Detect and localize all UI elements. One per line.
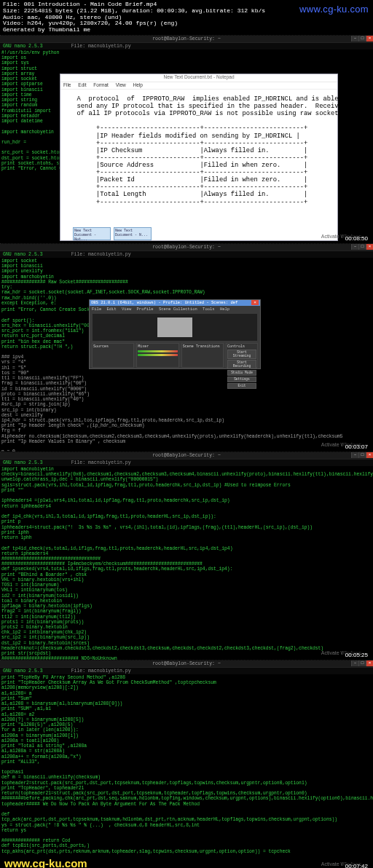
screenshot-4: – □ × root@Babylon-Security: ~ GNU nano …	[0, 660, 373, 868]
code-area-4[interactable]: print "TcpHeBy PU Array Second Method" ,…	[0, 674, 373, 855]
timestamp-1: 00:08:50	[343, 235, 370, 242]
watermark-bottom: www.cg-ku.com	[4, 857, 87, 868]
audio-level-icon	[138, 350, 177, 352]
window-controls: – □ ×	[351, 36, 373, 42]
notepad-menubar[interactable]: File Edit Format View Help	[60, 82, 337, 90]
nano-header: GNU nano 2.5.3 File: macnobiyetin.py	[0, 459, 373, 466]
obs-sources-panel[interactable]: Sources	[92, 343, 134, 368]
menu-help[interactable]: Help	[133, 82, 143, 87]
screenshot-1: – □ × root@Babylon-Security: ~ GNU nano …	[0, 35, 373, 243]
obs-window: OBS 21.0.1 (64bit, windows) - Profile: U…	[89, 299, 261, 369]
notepad-body[interactable]: A protocol of IPPROTO_RAW implies enable…	[60, 90, 337, 240]
maximize-icon[interactable]: □	[358, 660, 366, 666]
timestamp-2: 00:03:07	[343, 443, 370, 450]
maximize-icon[interactable]: □	[358, 36, 366, 42]
notepad-window: New Text Document.txt - Notepad File Edi…	[60, 74, 338, 241]
menu-edit[interactable]: Edit	[78, 82, 86, 87]
minimize-icon[interactable]: –	[351, 36, 358, 42]
code-area-3[interactable]: import macnobiyetin checky=binascii.unhe…	[0, 466, 373, 689]
start-streaming-button[interactable]: Start Streaming	[227, 350, 256, 359]
start-recording-button[interactable]: Start Recording	[227, 360, 256, 369]
exit-button[interactable]: Exit	[227, 383, 256, 389]
obs-transitions-panel[interactable]: Scene Transitions	[181, 343, 224, 368]
obs-controls-panel: Controls Start Streaming Start Recording…	[226, 343, 258, 368]
obs-bottom-dock: Sources Mixer Scene Transitions Controls…	[90, 342, 260, 368]
obs-preview[interactable]	[93, 314, 257, 341]
window-controls: – □ ×	[351, 244, 373, 250]
terminal-title: root@Babylon-Security: ~	[0, 452, 373, 459]
obs-titlebar: OBS 21.0.1 (64bit, windows) - Profile: U…	[90, 300, 260, 306]
nano-version: GNU nano 2.5.3	[3, 44, 43, 49]
settings-button[interactable]: Settings	[227, 376, 256, 382]
menu-view[interactable]: View	[116, 82, 126, 87]
minimize-icon[interactable]: –	[351, 244, 358, 250]
terminal-title: root@Babylon-Security: ~	[0, 660, 373, 668]
menu-format[interactable]: Format	[93, 82, 109, 87]
obs-mixer-panel[interactable]: Mixer	[136, 343, 178, 368]
close-icon[interactable]: ×	[366, 452, 373, 458]
maximize-icon[interactable]: □	[358, 244, 366, 250]
window-controls: – □ ×	[351, 660, 373, 666]
terminal-title: root@Babylon-Security: ~	[0, 244, 373, 251]
minimize-icon[interactable]: –	[351, 660, 358, 666]
watermark-top: www.cg-ku.com	[299, 4, 369, 15]
obs-menubar[interactable]: File Edit View Profile Scene Collection …	[90, 306, 260, 312]
notepad-title: New Text Document.txt - Notepad	[60, 74, 337, 82]
nano-header: GNU nano 2.5.3 File: macnobiyetin.py	[0, 668, 373, 674]
window-controls: – □ ×	[351, 452, 373, 458]
close-icon[interactable]: ×	[366, 36, 373, 42]
video-meta-overlay: File: 001 Introduction - Main Code Brief…	[0, 0, 373, 35]
minimize-icon[interactable]: –	[351, 452, 358, 458]
nano-header: GNU nano 2.5.3 File: macnobiyetin.py	[0, 43, 373, 50]
close-icon[interactable]: ×	[366, 660, 373, 666]
nano-header: GNU nano 2.5.3 File: macnobiyetin.py	[0, 251, 373, 258]
timestamp-4: 00:07:42	[343, 863, 370, 868]
screenshot-3: – □ × root@Babylon-Security: ~ GNU nano …	[0, 451, 373, 660]
meta-generated: Generated by Thumbnail me	[3, 27, 370, 33]
obs-close-icon[interactable]: ×	[251, 300, 259, 305]
timestamp-3: 00:05:25	[343, 652, 370, 658]
taskbar-thumb-1[interactable]: New Text Document - Not...	[73, 227, 111, 240]
audio-level-icon	[138, 354, 177, 356]
taskbar-thumbs: New Text Document - Not... New Text Docu…	[73, 227, 152, 240]
close-icon[interactable]: ×	[366, 244, 373, 250]
nano-file: File: macnobiyetin.py	[71, 44, 131, 49]
studio-mode-button[interactable]: Studio Mode	[227, 370, 256, 376]
screenshot-2: – □ × root@Babylon-Security: ~ GNU nano …	[0, 243, 373, 451]
terminal-title: root@Babylon-Security: ~	[0, 36, 373, 43]
maximize-icon[interactable]: □	[358, 452, 366, 458]
taskbar-thumb-2[interactable]: New Text Document - N...	[114, 227, 152, 240]
obs-preview-thumb	[157, 317, 192, 337]
obs-title: OBS 21.0.1 (64bit, windows) - Profile: U…	[91, 300, 237, 305]
menu-file[interactable]: File	[63, 82, 71, 87]
